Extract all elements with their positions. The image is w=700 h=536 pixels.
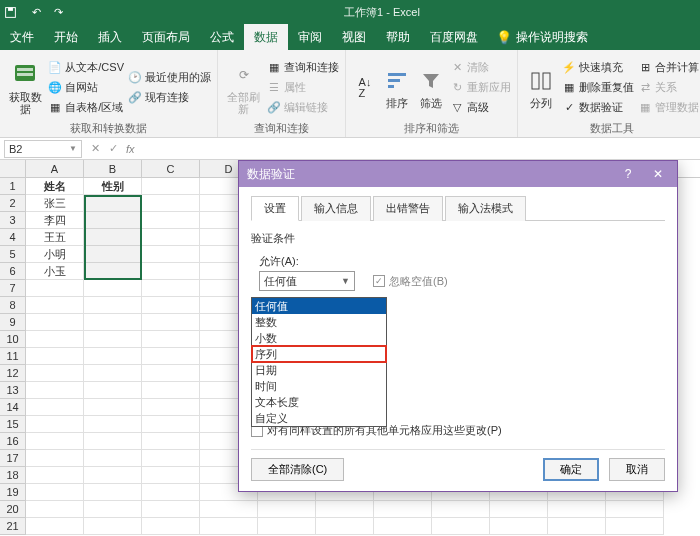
cell[interactable] bbox=[84, 297, 142, 314]
row-header[interactable]: 9 bbox=[0, 314, 26, 331]
cell[interactable]: 王五 bbox=[26, 229, 84, 246]
cell[interactable] bbox=[142, 467, 200, 484]
tab-data[interactable]: 数据 bbox=[244, 24, 288, 50]
cell[interactable] bbox=[26, 416, 84, 433]
cell[interactable] bbox=[26, 348, 84, 365]
from-web-button[interactable]: 🌐自网站 bbox=[48, 79, 124, 97]
from-text-button[interactable]: 📄从文本/CSV bbox=[48, 59, 124, 77]
tab-baidu[interactable]: 百度网盘 bbox=[420, 24, 488, 50]
option-list[interactable]: 序列 bbox=[252, 346, 386, 362]
cell[interactable] bbox=[26, 518, 84, 535]
cell[interactable] bbox=[26, 314, 84, 331]
row-header[interactable]: 20 bbox=[0, 501, 26, 518]
refresh-button[interactable]: ⟳ 全部刷新 bbox=[224, 54, 263, 121]
tab-review[interactable]: 审阅 bbox=[288, 24, 332, 50]
cell[interactable]: 小玉 bbox=[26, 263, 84, 280]
row-header[interactable]: 12 bbox=[0, 365, 26, 382]
cell[interactable] bbox=[142, 229, 200, 246]
cell[interactable] bbox=[26, 297, 84, 314]
recent-button[interactable]: 🕑最近使用的源 bbox=[128, 69, 211, 87]
cell[interactable] bbox=[26, 365, 84, 382]
tab-settings[interactable]: 设置 bbox=[251, 196, 299, 221]
clear-all-button[interactable]: 全部清除(C) bbox=[251, 458, 344, 481]
cell[interactable]: 性别 bbox=[84, 178, 142, 195]
cell[interactable] bbox=[142, 246, 200, 263]
cell[interactable] bbox=[142, 416, 200, 433]
cell[interactable] bbox=[26, 280, 84, 297]
cell[interactable] bbox=[84, 433, 142, 450]
cell[interactable] bbox=[84, 280, 142, 297]
row-header[interactable]: 8 bbox=[0, 297, 26, 314]
tab-insert[interactable]: 插入 bbox=[88, 24, 132, 50]
row-header[interactable]: 17 bbox=[0, 450, 26, 467]
option-int[interactable]: 整数 bbox=[252, 314, 386, 330]
cell[interactable] bbox=[316, 518, 374, 535]
queries-button[interactable]: ▦查询和连接 bbox=[267, 59, 339, 77]
option-len[interactable]: 文本长度 bbox=[252, 394, 386, 410]
cell[interactable] bbox=[142, 314, 200, 331]
cell[interactable] bbox=[258, 501, 316, 518]
cell[interactable] bbox=[84, 348, 142, 365]
tab-layout[interactable]: 页面布局 bbox=[132, 24, 200, 50]
sort-az-button[interactable]: A↓Z bbox=[352, 54, 378, 121]
cell[interactable] bbox=[84, 416, 142, 433]
cell[interactable] bbox=[374, 518, 432, 535]
cell[interactable] bbox=[26, 382, 84, 399]
row-header[interactable]: 4 bbox=[0, 229, 26, 246]
cell[interactable] bbox=[26, 331, 84, 348]
tab-ime[interactable]: 输入法模式 bbox=[445, 196, 526, 221]
cell[interactable] bbox=[200, 518, 258, 535]
cell[interactable] bbox=[26, 467, 84, 484]
tab-help[interactable]: 帮助 bbox=[376, 24, 420, 50]
row-header[interactable]: 15 bbox=[0, 416, 26, 433]
tab-file[interactable]: 文件 bbox=[0, 24, 44, 50]
cell[interactable] bbox=[142, 195, 200, 212]
cell[interactable] bbox=[26, 399, 84, 416]
cell[interactable] bbox=[142, 178, 200, 195]
get-data-button[interactable]: 获取数 据 bbox=[6, 54, 44, 121]
option-custom[interactable]: 自定义 bbox=[252, 410, 386, 426]
cell[interactable] bbox=[200, 501, 258, 518]
tab-input-message[interactable]: 输入信息 bbox=[301, 196, 371, 221]
tab-view[interactable]: 视图 bbox=[332, 24, 376, 50]
help-icon[interactable]: ? bbox=[617, 167, 639, 181]
cell[interactable] bbox=[84, 467, 142, 484]
fx-label[interactable]: fx bbox=[122, 143, 139, 155]
flash-fill-button[interactable]: ⚡快速填充 bbox=[562, 59, 634, 77]
cell[interactable] bbox=[84, 399, 142, 416]
cell[interactable] bbox=[490, 501, 548, 518]
remove-dup-button[interactable]: ▦删除重复值 bbox=[562, 79, 634, 97]
col-header[interactable]: C bbox=[142, 160, 200, 177]
cell[interactable] bbox=[84, 501, 142, 518]
confirm-icon[interactable]: ✓ bbox=[104, 142, 122, 155]
cell[interactable] bbox=[142, 331, 200, 348]
cell[interactable] bbox=[432, 501, 490, 518]
cell[interactable] bbox=[142, 365, 200, 382]
cell[interactable] bbox=[142, 348, 200, 365]
select-all-corner[interactable] bbox=[0, 160, 26, 177]
existing-button[interactable]: 🔗现有连接 bbox=[128, 89, 211, 107]
row-header[interactable]: 5 bbox=[0, 246, 26, 263]
ok-button[interactable]: 确定 bbox=[543, 458, 599, 481]
row-header[interactable]: 21 bbox=[0, 518, 26, 535]
cell[interactable] bbox=[84, 314, 142, 331]
text-to-columns-button[interactable]: 分列 bbox=[524, 54, 558, 121]
option-any[interactable]: 任何值 bbox=[252, 298, 386, 314]
row-header[interactable]: 14 bbox=[0, 399, 26, 416]
cell[interactable] bbox=[142, 433, 200, 450]
cell[interactable] bbox=[548, 501, 606, 518]
cell[interactable] bbox=[142, 212, 200, 229]
cell[interactable] bbox=[84, 484, 142, 501]
row-header[interactable]: 13 bbox=[0, 382, 26, 399]
cell[interactable] bbox=[142, 484, 200, 501]
dialog-titlebar[interactable]: 数据验证 ? ✕ bbox=[239, 161, 677, 187]
undo-icon[interactable]: ↶ bbox=[26, 6, 46, 19]
row-header[interactable]: 1 bbox=[0, 178, 26, 195]
cell[interactable]: 姓名 bbox=[26, 178, 84, 195]
cell[interactable] bbox=[26, 501, 84, 518]
col-header[interactable]: B bbox=[84, 160, 142, 177]
cell[interactable] bbox=[84, 382, 142, 399]
cell[interactable] bbox=[142, 263, 200, 280]
cell[interactable] bbox=[490, 518, 548, 535]
row-header[interactable]: 2 bbox=[0, 195, 26, 212]
